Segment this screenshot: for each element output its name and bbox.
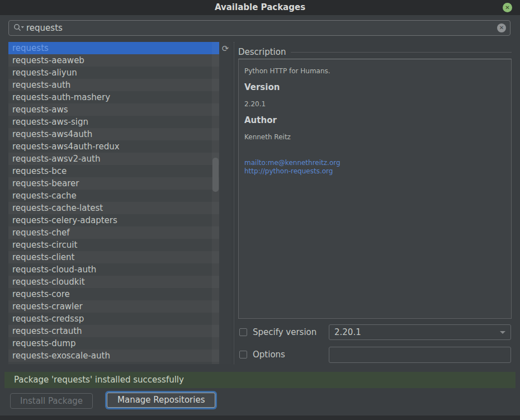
list-item[interactable]: requests-circuit — [8, 239, 219, 251]
description-panel: Python HTTP for Humans. Version 2.20.1 A… — [238, 59, 512, 319]
list-item[interactable]: requests-crawler — [8, 300, 219, 313]
list-item[interactable]: requests-auth — [8, 79, 219, 91]
list-item[interactable]: requests — [8, 42, 219, 54]
version-value: 2.20.1 — [244, 100, 505, 108]
homepage-link[interactable]: http://python-requests.org — [244, 167, 505, 176]
package-links: mailto:me@kennethreitz.org http://python… — [244, 159, 505, 176]
list-item[interactable]: requests-chef — [8, 226, 219, 239]
chevron-down-icon — [500, 331, 505, 334]
options-label: Options — [253, 350, 285, 360]
window-bottom-edge — [0, 416, 520, 420]
close-icon[interactable]: ✕ — [503, 3, 512, 12]
list-item[interactable]: requests-aws4auth-redux — [8, 140, 219, 153]
list-item[interactable]: requests-cloudkit — [8, 276, 219, 288]
list-item[interactable]: requests-crtauth — [8, 325, 219, 337]
version-select[interactable]: 2.20.1 — [329, 324, 511, 340]
manage-repositories-button[interactable]: Manage Repositories — [107, 393, 215, 408]
package-summary: Python HTTP for Humans. — [244, 67, 505, 75]
list-item[interactable]: requests-aliyun — [8, 67, 219, 79]
author-email-link[interactable]: mailto:me@kennethreitz.org — [244, 159, 505, 167]
list-item[interactable]: requests-credssp — [8, 313, 219, 325]
package-list[interactable]: requestsrequests-aeawebrequests-aliyunre… — [8, 42, 219, 364]
list-item[interactable]: requests-bce — [8, 165, 219, 177]
window-title: Available Packages — [0, 0, 520, 15]
list-item[interactable]: requests-celery-adapters — [8, 214, 219, 226]
list-item[interactable]: requests-dump — [8, 337, 219, 350]
options-input[interactable] — [329, 347, 511, 363]
install-package-button[interactable]: Install Package — [10, 393, 93, 409]
scrollbar-thumb[interactable] — [212, 158, 219, 192]
search-icon[interactable] — [13, 23, 25, 32]
list-item[interactable]: requests-aws — [8, 103, 219, 116]
list-item[interactable]: requests-exoscale-auth — [8, 350, 219, 362]
refresh-icon[interactable]: ⟳ — [220, 44, 230, 54]
search-input[interactable]: requests ✕ — [8, 20, 510, 36]
author-heading: Author — [244, 115, 505, 125]
specify-version-label: Specify version — [253, 327, 316, 337]
options-checkbox[interactable] — [239, 351, 247, 358]
status-message: Package 'requests' installed successfull… — [4, 372, 516, 388]
version-heading: Version — [244, 82, 505, 92]
list-item[interactable]: requests-cache-latest — [8, 202, 219, 214]
list-item[interactable]: requests-aws4auth — [8, 128, 219, 140]
description-header: Description — [238, 47, 512, 57]
list-item[interactable]: requests-cache — [8, 190, 219, 202]
specify-version-checkbox[interactable] — [239, 328, 247, 336]
list-item[interactable]: requests-bearer — [8, 177, 219, 190]
list-item[interactable]: requests-cloud-auth — [8, 263, 219, 276]
author-value: Kenneth Reitz — [244, 133, 505, 141]
panel-splitter[interactable] — [234, 42, 234, 364]
list-item[interactable]: requests-auth-mashery — [8, 91, 219, 103]
search-value: requests — [26, 21, 63, 35]
version-select-value: 2.20.1 — [334, 325, 361, 339]
list-item[interactable]: requests-awsv2-auth — [8, 153, 219, 165]
clear-search-icon[interactable]: ✕ — [497, 23, 506, 32]
list-toolbar — [219, 42, 231, 364]
list-item[interactable]: requests-core — [8, 288, 219, 300]
list-item[interactable]: requests-aws-sign — [8, 116, 219, 128]
scrollbar[interactable] — [212, 42, 219, 364]
list-item[interactable]: requests-client — [8, 251, 219, 263]
list-item[interactable]: requests-aeaweb — [8, 54, 219, 67]
title-bar: Available Packages ✕ — [0, 0, 520, 15]
